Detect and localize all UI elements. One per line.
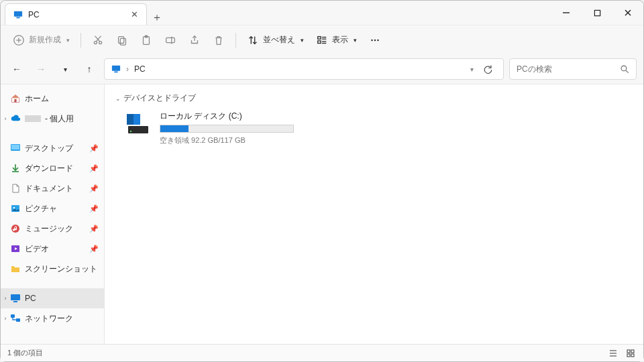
more-button[interactable] (364, 30, 386, 50)
view-icon (316, 34, 328, 46)
new-button-label: 新規作成 (29, 34, 61, 46)
network-icon (10, 313, 21, 324)
refresh-button[interactable] (479, 60, 496, 78)
sidebar-item-screenshots[interactable]: スクリーンショット (1, 259, 104, 279)
document-icon (10, 183, 21, 194)
up-button[interactable]: ↑ (80, 60, 99, 78)
svg-rect-13 (119, 36, 124, 43)
new-tab-button[interactable]: ＋ (147, 11, 167, 25)
video-icon (10, 243, 21, 254)
sidebar-item-label: デスクトップ (25, 143, 73, 154)
toolbar-divider (235, 33, 236, 48)
search-box[interactable] (509, 58, 637, 80)
home-icon (10, 93, 21, 104)
group-header-devices[interactable]: ⌄ デバイスとドライブ (113, 90, 635, 109)
monitor-icon (13, 10, 23, 19)
recent-locations-button[interactable]: ▾ (56, 60, 74, 78)
sidebar-item-documents[interactable]: ドキュメント 📌 (1, 178, 104, 198)
download-icon (10, 163, 21, 174)
monitor-icon (111, 64, 121, 74)
svg-rect-14 (120, 38, 125, 45)
sort-button[interactable]: 並べ替え ▾ (241, 30, 309, 50)
sort-icon (247, 34, 259, 46)
sidebar-item-downloads[interactable]: ダウンロード 📌 (1, 158, 104, 178)
new-button[interactable]: 新規作成 ▾ (7, 30, 75, 50)
command-toolbar: 新規作成 ▾ 並べ替え ▾ 表示 ▾ (1, 25, 643, 54)
cut-button[interactable] (87, 30, 109, 50)
chevron-right-icon[interactable]: › (2, 315, 9, 322)
rename-button[interactable] (159, 30, 182, 50)
music-icon (10, 223, 21, 234)
svg-rect-45 (128, 126, 148, 133)
group-header-label: デバイスとドライブ (123, 93, 196, 104)
status-bar: 1 個の項目 (1, 344, 643, 361)
chevron-right-icon[interactable]: › (2, 295, 9, 302)
sort-button-label: 並べ替え (263, 34, 295, 46)
svg-rect-1 (16, 17, 19, 18)
rename-icon (164, 34, 176, 46)
sidebar-item-onedrive-personal[interactable]: › - 個人用 (1, 109, 104, 129)
folder-icon (10, 263, 21, 274)
status-item-count: 1 個の項目 (7, 348, 43, 358)
tab-label: PC (28, 10, 40, 19)
drive-free-text: 空き領域 92.2 GB/117 GB (160, 135, 294, 145)
sidebar-item-desktop[interactable]: デスクトップ 📌 (1, 138, 104, 158)
minimize-button[interactable] (551, 1, 582, 25)
svg-rect-51 (631, 350, 634, 353)
navigation-pane: ホーム › - 個人用 デスクトップ 📌 ダウンロード 📌 ドキュ (1, 84, 105, 344)
cloud-icon (10, 113, 21, 124)
address-bar[interactable]: › PC ▾ (104, 58, 504, 80)
redacted-name (25, 115, 41, 122)
svg-line-31 (626, 70, 629, 73)
sidebar-item-music[interactable]: ミュージック 📌 (1, 219, 104, 239)
svg-rect-19 (318, 36, 321, 39)
paste-button[interactable] (135, 30, 158, 50)
copy-button[interactable] (111, 30, 133, 50)
forward-button[interactable]: → (32, 60, 50, 78)
sidebar-item-pictures[interactable]: ピクチャ 📌 (1, 198, 104, 219)
tab-pc[interactable]: PC ✕ (5, 3, 147, 25)
details-view-button[interactable] (607, 347, 619, 359)
sidebar-item-home[interactable]: ホーム (1, 88, 104, 109)
svg-rect-3 (594, 10, 600, 15)
scissors-icon (92, 34, 104, 46)
back-button[interactable]: ← (7, 60, 26, 78)
svg-rect-40 (13, 301, 17, 302)
close-window-button[interactable] (612, 1, 643, 25)
pin-icon: 📌 (89, 245, 99, 253)
sidebar-item-label: ビデオ (25, 243, 49, 255)
window-controls (551, 1, 643, 25)
pin-icon: 📌 (89, 184, 99, 193)
drive-item-c[interactable]: ローカル ディスク (C:) 空き領域 92.2 GB/117 GB (113, 109, 635, 145)
chevron-right-icon[interactable]: › (2, 115, 9, 122)
svg-point-25 (371, 39, 373, 41)
body: ホーム › - 個人用 デスクトップ 📌 ダウンロード 📌 ドキュ (1, 84, 643, 344)
desktop-icon (10, 143, 21, 154)
view-button[interactable]: 表示 ▾ (311, 30, 362, 50)
breadcrumb-item[interactable]: PC (134, 64, 146, 74)
large-icons-button[interactable] (625, 347, 637, 359)
title-bar: PC ✕ ＋ (1, 1, 643, 25)
search-input[interactable] (517, 64, 620, 74)
sidebar-item-pc[interactable]: › PC (1, 288, 104, 308)
sidebar-item-network[interactable]: › ネットワーク (1, 308, 104, 328)
toolbar-divider (80, 33, 81, 48)
share-button[interactable] (183, 30, 206, 50)
sidebar-item-label: ドキュメント (25, 183, 73, 194)
svg-rect-20 (318, 40, 321, 43)
sidebar-item-label: ピクチャ (25, 203, 57, 215)
sidebar-item-label: - 個人用 (45, 113, 74, 125)
svg-rect-52 (627, 354, 630, 357)
svg-rect-34 (11, 145, 19, 149)
drive-usage-bar (160, 125, 294, 133)
drive-name: ローカル ディスク (C:) (160, 111, 294, 122)
sidebar-item-videos[interactable]: ビデオ 📌 (1, 239, 104, 259)
delete-button[interactable] (207, 30, 230, 50)
chevron-down-icon[interactable]: ▾ (470, 66, 474, 73)
clipboard-icon (140, 34, 152, 46)
maximize-button[interactable] (582, 1, 612, 25)
svg-point-46 (130, 131, 131, 132)
chevron-down-icon: ▾ (66, 37, 70, 44)
close-tab-icon[interactable]: ✕ (131, 9, 138, 19)
sidebar-item-label: ミュージック (25, 223, 73, 235)
